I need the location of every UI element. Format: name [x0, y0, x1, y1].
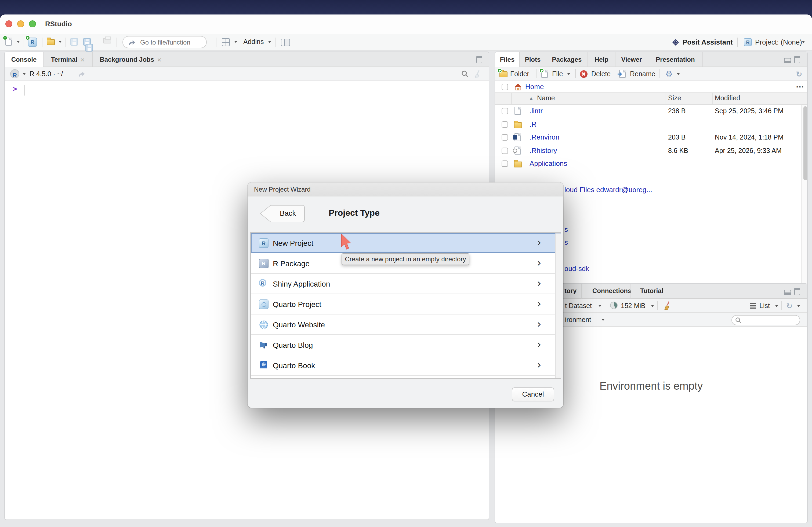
delete-icon[interactable]: [580, 70, 588, 78]
column-header-name[interactable]: Name: [537, 94, 555, 102]
file-name-link-partial[interactable]: s: [564, 225, 568, 233]
tab-terminal[interactable]: Terminal×: [44, 52, 93, 67]
tab-tutorial[interactable]: Tutorial: [640, 287, 663, 295]
project-menu[interactable]: Project: (None): [755, 38, 802, 46]
row-checkbox[interactable]: [502, 161, 508, 167]
list-item-quarto-blog[interactable]: Quarto Blog›: [251, 335, 561, 355]
grid-dropdown-caret[interactable]: [234, 41, 237, 43]
row-checkbox[interactable]: [502, 108, 508, 114]
environment-scope-caret[interactable]: [601, 319, 605, 321]
list-item-new-project[interactable]: R New Project›: [251, 233, 561, 253]
gear-dropdown-caret[interactable]: [677, 73, 680, 75]
new-file-button[interactable]: [541, 70, 548, 78]
tab-help[interactable]: Help: [588, 52, 615, 67]
new-file-label[interactable]: File: [552, 70, 563, 78]
file-name-link[interactable]: .Renviron: [530, 133, 559, 141]
new-folder-label[interactable]: Folder: [510, 70, 529, 78]
rename-label[interactable]: Rename: [630, 70, 655, 78]
new-project-button[interactable]: R: [28, 37, 37, 47]
scrollbar-thumb[interactable]: [803, 106, 807, 180]
dialog-scrollbar[interactable]: [555, 234, 561, 378]
open-dropdown-caret[interactable]: [59, 41, 62, 43]
project-dropdown-caret[interactable]: [802, 41, 805, 43]
row-checkbox[interactable]: [502, 134, 508, 140]
breadcrumb-home-link[interactable]: Home: [525, 82, 544, 91]
file-name-link-partial[interactable]: oud-sdk: [564, 265, 590, 273]
maximize-pane-icon[interactable]: [476, 56, 482, 63]
more-button[interactable]: ...: [796, 81, 804, 89]
tab-viewer[interactable]: Viewer: [615, 52, 648, 67]
goto-file-input[interactable]: [139, 37, 204, 47]
environment-scope-dropdown-partial[interactable]: ironment: [565, 316, 591, 323]
minimize-pane-icon[interactable]: [784, 58, 791, 63]
gear-icon[interactable]: ⚙: [665, 69, 673, 79]
table-row[interactable]: .lintr 238 B Sep 25, 2025, 3:46 PM: [495, 105, 807, 118]
save-button[interactable]: [70, 38, 78, 46]
addins-menu[interactable]: Addins: [243, 38, 264, 46]
new-file-button[interactable]: [5, 37, 12, 46]
minimize-traffic-light[interactable]: [17, 20, 24, 27]
back-button[interactable]: Back: [260, 205, 305, 222]
table-row[interactable]: Applications: [495, 157, 807, 170]
column-header-size[interactable]: Size: [668, 94, 681, 102]
r-version-dropdown-caret[interactable]: [23, 73, 26, 75]
save-all-button[interactable]: [83, 38, 91, 53]
environment-search-input[interactable]: [731, 315, 800, 325]
maximize-pane-icon[interactable]: [794, 288, 800, 295]
list-dropdown-caret[interactable]: [775, 305, 778, 307]
tab-background-jobs[interactable]: Background Jobs×: [93, 52, 169, 67]
close-traffic-light[interactable]: [5, 20, 12, 27]
row-checkbox[interactable]: [502, 147, 508, 154]
pane-layout-icon[interactable]: [281, 39, 290, 46]
close-icon[interactable]: ×: [157, 56, 162, 63]
open-file-button[interactable]: [47, 37, 55, 45]
table-row[interactable]: .R: [495, 118, 807, 131]
vertical-scrollbar[interactable]: [801, 105, 808, 293]
list-item-shiny-application[interactable]: R Shiny Application›: [251, 274, 561, 294]
new-folder-button[interactable]: [499, 70, 508, 77]
search-icon[interactable]: [461, 70, 469, 78]
clear-console-broom-icon[interactable]: [473, 70, 482, 78]
rename-button[interactable]: [619, 70, 626, 78]
tab-presentation[interactable]: Presentation: [648, 52, 703, 67]
new-file-dropdown-caret[interactable]: [17, 41, 20, 43]
close-icon[interactable]: ×: [80, 56, 85, 63]
share-session-icon[interactable]: [78, 70, 85, 78]
r-logo-icon[interactable]: R: [10, 69, 19, 78]
clear-environment-broom-icon[interactable]: [663, 301, 672, 310]
zoom-traffic-light[interactable]: [29, 20, 36, 27]
tab-packages[interactable]: Packages: [546, 52, 588, 67]
list-item-quarto-book[interactable]: Quarto Book›: [251, 355, 561, 376]
file-name-link[interactable]: .lintr: [530, 107, 543, 115]
tab-plots[interactable]: Plots: [520, 52, 546, 67]
tab-files[interactable]: Files: [495, 52, 520, 67]
posit-assistant-button[interactable]: Posit Assistant: [683, 38, 733, 46]
column-header-modified[interactable]: Modified: [715, 94, 740, 102]
delete-label[interactable]: Delete: [591, 70, 611, 78]
table-row[interactable]: .Renviron 203 B Nov 14, 2024, 1:18 PM: [495, 131, 807, 144]
panes-grid-icon[interactable]: [222, 38, 230, 46]
memory-dropdown-caret[interactable]: [651, 305, 654, 307]
file-name-link-partial[interactable]: loud Files edwardr@uoreg...: [564, 186, 652, 194]
file-name-link-partial[interactable]: s: [564, 238, 568, 246]
refresh-icon[interactable]: ↻: [796, 70, 802, 78]
tab-history-partial[interactable]: tory: [564, 287, 577, 295]
dataset-dropdown-caret[interactable]: [598, 305, 601, 307]
maximize-pane-icon[interactable]: [794, 56, 800, 63]
tab-console[interactable]: Console: [5, 52, 44, 67]
refresh-dropdown-caret[interactable]: [797, 305, 800, 307]
list-item-quarto-website[interactable]: Quarto Website›: [251, 315, 561, 335]
print-button[interactable]: [103, 35, 111, 44]
row-checkbox[interactable]: [502, 121, 508, 127]
addins-dropdown-caret[interactable]: [268, 41, 271, 43]
goto-file-search[interactable]: [122, 36, 207, 48]
cancel-button[interactable]: Cancel: [512, 388, 554, 402]
table-row[interactable]: .Rhistory 8.6 KB Apr 25, 2026, 9:33 AM: [495, 144, 807, 157]
file-name-link[interactable]: .R: [530, 120, 536, 128]
memory-usage-label[interactable]: 152 MiB: [621, 302, 646, 310]
file-name-link[interactable]: .Rhistory: [530, 146, 557, 154]
new-file-dropdown-caret[interactable]: [567, 73, 570, 75]
import-dataset-button-partial[interactable]: t Dataset: [565, 302, 592, 310]
tab-connections[interactable]: Connections: [592, 287, 631, 295]
select-all-checkbox[interactable]: [502, 84, 508, 90]
